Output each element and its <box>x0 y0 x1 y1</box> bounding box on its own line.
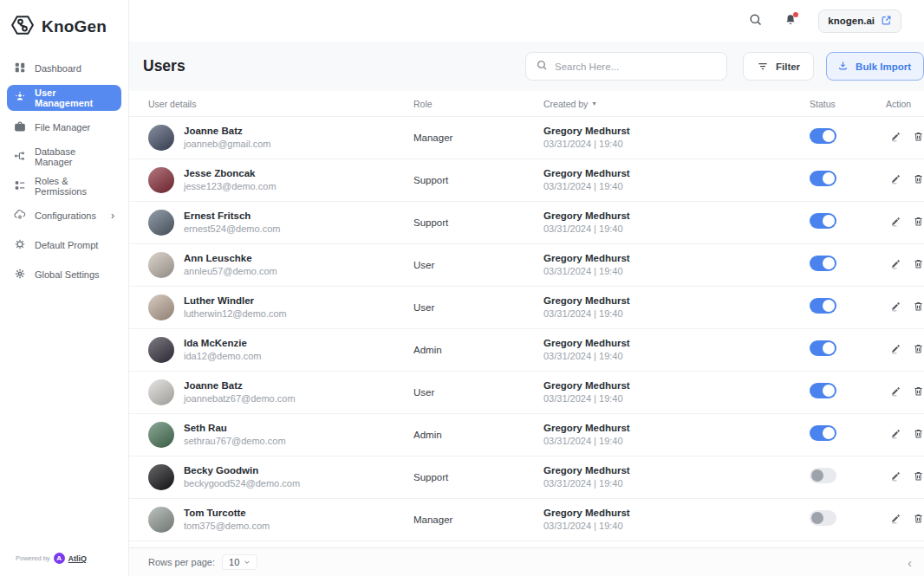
user-email: joannebatz67@demo.com <box>184 392 296 405</box>
delete-button[interactable] <box>913 173 924 187</box>
sidebar-item-label: Database Manager <box>35 146 114 167</box>
sidebar-item-user-management[interactable]: User Management <box>7 85 121 111</box>
knogen-ai-button[interactable]: knogen.ai <box>818 10 901 33</box>
rows-per-page-select[interactable]: 10 <box>222 554 257 570</box>
search-input[interactable] <box>555 61 717 72</box>
edit-button[interactable] <box>890 470 901 484</box>
status-toggle[interactable] <box>810 298 836 314</box>
sidebar-item-global-settings[interactable]: Global Settings <box>7 262 121 288</box>
topbar-search-button[interactable] <box>748 12 763 29</box>
chevron-down-icon <box>244 557 251 567</box>
table-row: Joanne Batz joanneb@gmail.com Manager Gr… <box>129 117 924 159</box>
sidebar-item-configurations[interactable]: Configurations › <box>7 203 121 229</box>
notifications-button[interactable] <box>784 13 797 29</box>
user-email: sethrau767@demo.com <box>184 435 286 448</box>
trash-icon <box>913 428 924 442</box>
status-toggle[interactable] <box>810 383 836 398</box>
table-row: Luther Windler lutherwin12@demo.com User… <box>129 287 924 329</box>
status-toggle[interactable] <box>810 213 836 229</box>
user-name: Jesse Zboncak <box>184 167 277 181</box>
delete-button[interactable] <box>913 216 924 230</box>
brand: KnoGen <box>0 0 128 42</box>
created-date: 03/31/2024 | 19:40 <box>543 350 810 363</box>
created-date: 03/31/2024 | 19:40 <box>543 477 810 490</box>
trash-icon <box>913 385 924 399</box>
briefcase-icon <box>14 120 26 134</box>
user-name: Ernest Fritsch <box>184 210 280 223</box>
table-row: Ida McKenzie ida12@demo.com Admin Gregor… <box>129 329 924 372</box>
user-name: Tom Turcotte <box>184 507 270 521</box>
trash-icon <box>913 131 924 145</box>
edit-button[interactable] <box>890 513 901 527</box>
created-by-name: Gregory Medhurst <box>543 422 810 436</box>
edit-button[interactable] <box>890 343 901 357</box>
delete-button[interactable] <box>913 470 924 484</box>
table-row: Ernest Fritsch ernest524@demo.com Suppor… <box>129 202 924 244</box>
sidebar-item-file-manager[interactable]: File Manager <box>7 114 121 140</box>
user-name: Becky Goodwin <box>184 464 300 478</box>
table-row: Seth Rau sethrau767@demo.com Admin Grego… <box>129 414 924 456</box>
table-row: Tom Turcotte tom375@demo.com Manager Gre… <box>129 499 924 541</box>
sidebar-item-database-manager[interactable]: Database Manager <box>7 144 121 170</box>
table-search <box>525 52 727 81</box>
sidebar-item-dashboard[interactable]: Dashboard <box>7 55 121 81</box>
user-details-cell: Luther Windler lutherwin12@demo.com <box>148 294 413 320</box>
user-role: Admin <box>413 430 543 440</box>
filter-button[interactable]: Filter <box>743 52 814 81</box>
delete-button[interactable] <box>913 131 924 145</box>
edit-button[interactable] <box>890 173 901 187</box>
created-by-name: Gregory Medhurst <box>543 294 810 308</box>
action-cell <box>886 131 924 145</box>
edit-button[interactable] <box>890 131 901 145</box>
status-toggle[interactable] <box>810 171 836 186</box>
table-row: Jesse Zboncak jesse123@demo.com Support … <box>129 159 924 202</box>
table-row: Joanne Batz joannebatz67@demo.com User G… <box>129 372 924 414</box>
delete-button[interactable] <box>913 428 924 442</box>
sidebar: KnoGen Dashboard Us <box>0 0 129 576</box>
status-toggle[interactable] <box>810 468 836 483</box>
bulk-import-label: Bulk Import <box>856 61 911 72</box>
delete-button[interactable] <box>913 258 924 272</box>
edit-button[interactable] <box>890 428 901 442</box>
avatar <box>148 167 174 193</box>
status-cell <box>810 171 886 190</box>
delete-button[interactable] <box>913 343 924 357</box>
header-role: Role <box>413 99 543 109</box>
status-toggle[interactable] <box>810 256 836 271</box>
delete-button[interactable] <box>913 513 924 527</box>
avatar <box>148 422 174 448</box>
user-email: ernest524@demo.com <box>184 223 280 236</box>
bulk-import-button[interactable]: Bulk Import <box>826 52 924 81</box>
pencil-icon <box>890 258 901 272</box>
status-cell <box>810 383 886 402</box>
user-email: beckygood524@demo.com <box>184 477 300 490</box>
delete-button[interactable] <box>913 301 924 314</box>
edit-button[interactable] <box>890 301 901 314</box>
knogen-ai-label: knogen.ai <box>828 16 875 26</box>
filter-label: Filter <box>776 61 800 72</box>
previous-page-button[interactable]: ‹ <box>908 556 912 569</box>
atliq-link[interactable]: AtliQ <box>68 554 88 563</box>
header-created-by[interactable]: Created by ▾ <box>543 99 810 109</box>
delete-button[interactable] <box>913 385 924 399</box>
status-toggle[interactable] <box>810 128 836 144</box>
avatar <box>148 337 174 363</box>
created-date: 03/31/2024 | 19:40 <box>543 520 810 533</box>
created-date: 03/31/2024 | 19:40 <box>543 138 810 151</box>
status-toggle[interactable] <box>810 425 836 441</box>
edit-button[interactable] <box>890 216 901 230</box>
gear-outline-icon <box>14 238 26 252</box>
sidebar-item-roles-permissions[interactable]: Roles & Permissions <box>7 173 121 199</box>
created-by-name: Gregory Medhurst <box>543 337 810 351</box>
sidebar-item-default-prompt[interactable]: Default Prompt <box>7 232 121 258</box>
user-details-cell: Joanne Batz joannebatz67@demo.com <box>148 379 413 405</box>
status-toggle[interactable] <box>810 340 836 356</box>
user-email: joanneb@gmail.com <box>184 138 270 151</box>
edit-button[interactable] <box>890 258 901 272</box>
status-toggle[interactable] <box>810 510 836 526</box>
pencil-icon <box>890 513 901 527</box>
edit-button[interactable] <box>890 385 901 399</box>
dashboard-icon <box>14 61 26 75</box>
trash-icon <box>913 470 924 484</box>
atliq-logo-icon: A <box>54 553 65 564</box>
